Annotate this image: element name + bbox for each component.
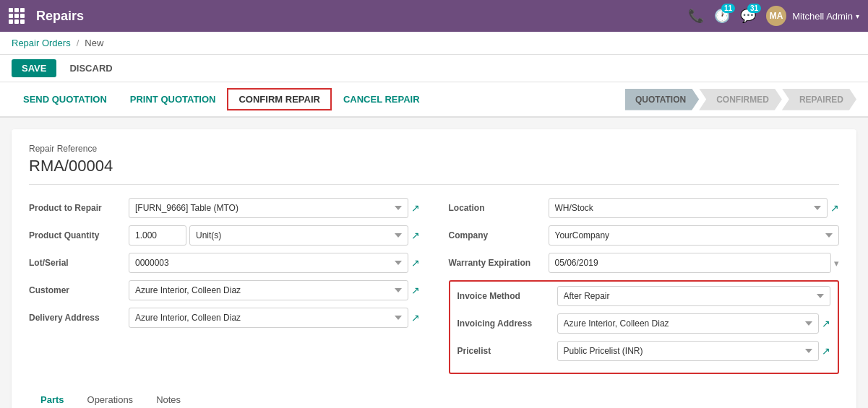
lot-serial-select[interactable]: 0000003 [129,253,408,273]
product-quantity-unit-select[interactable]: Unit(s) [189,225,408,246]
product-quantity-link-icon[interactable]: ↗ [411,230,420,241]
pricelist-select[interactable]: Public Pricelist (INR) [557,341,820,361]
app-title: Repairs [36,9,676,24]
step-quotation: QUOTATION [625,89,699,110]
workflow-bar: SEND QUOTATION PRINT QUOTATION CONFIRM R… [0,82,868,118]
navbar: Repairs 📞 🕐 11 💬 31 MA Mitchell Admin ▾ [0,0,868,32]
field-product-to-repair: Product to Repair [FURN_9666] Table (MTO… [29,198,420,218]
field-location: Location WH/Stock ↗ [449,198,840,218]
user-dropdown-icon[interactable]: ▾ [856,12,859,20]
field-pricelist: Pricelist Public Pricelist (INR) ↗ [457,341,831,361]
send-quotation-button[interactable]: SEND QUOTATION [12,88,119,110]
field-product-quantity: Product Quantity Unit(s) ↗ [29,225,420,246]
customer-wrap: Azure Interior, Colleen Diaz ↗ [129,280,420,300]
field-invoice-method: Invoice Method After Repair [457,286,831,306]
user-name[interactable]: Mitchell Admin [792,11,853,22]
breadcrumb-separator: / [77,38,80,48]
warranty-expiration-calendar-icon[interactable]: ▾ [834,258,839,269]
label-lot-serial: Lot/Serial [29,258,123,268]
location-wrap: WH/Stock ↗ [549,198,840,218]
label-location: Location [449,203,543,213]
product-to-repair-link-icon[interactable]: ↗ [411,202,420,214]
tab-notes[interactable]: Notes [145,389,192,408]
label-delivery-address: Delivery Address [29,313,123,323]
field-invoicing-address: Invoicing Address Azure Interior, Collee… [457,313,831,334]
warranty-expiration-wrap: ▾ [549,253,840,273]
tab-parts[interactable]: Parts [29,389,76,408]
phone-icon[interactable]: 📞 [688,8,704,24]
tab-operations[interactable]: Operations [76,389,145,408]
label-company: Company [449,230,543,240]
product-to-repair-select[interactable]: [FURN_9666] Table (MTO) [129,198,408,218]
location-link-icon[interactable]: ↗ [830,202,839,214]
label-product-quantity: Product Quantity [29,230,123,240]
status-steps: QUOTATION CONFIRMED REPAIRED [625,89,856,110]
confirm-repair-button[interactable]: CONFIRM REPAIR [227,88,331,110]
product-to-repair-wrap: [FURN_9666] Table (MTO) ↗ [129,198,420,218]
lot-serial-link-icon[interactable]: ↗ [411,257,420,269]
tabs-bar: Parts Operations Notes [29,389,839,408]
label-customer: Customer [29,285,123,295]
product-quantity-input[interactable] [129,225,186,246]
repair-reference-value: RMA/00004 [29,157,839,185]
left-fields: Product to Repair [FURN_9666] Table (MTO… [29,198,420,374]
breadcrumb-current: New [85,38,103,48]
invoicing-address-select[interactable]: Azure Interior, Colleen Diaz [557,313,820,334]
print-quotation-button[interactable]: PRINT QUOTATION [119,88,228,110]
invoice-highlighted-section: Invoice Method After Repair Invoicing Ad… [449,280,840,374]
field-delivery-address: Delivery Address Azure Interior, Colleen… [29,308,420,328]
invoice-method-wrap: After Repair [557,286,831,306]
fields-grid: Product to Repair [FURN_9666] Table (MTO… [29,198,839,374]
main-content: Repair Reference RMA/00004 Product to Re… [0,118,868,408]
cancel-repair-button[interactable]: CANCEL REPAIR [332,88,431,110]
invoicing-address-link-icon[interactable]: ↗ [822,318,830,329]
action-bar: SAVE DISCARD [0,55,868,82]
customer-link-icon[interactable]: ↗ [411,285,420,296]
step-confirmed: CONFIRMED [699,89,782,110]
delivery-address-link-icon[interactable]: ↗ [411,312,420,324]
lot-serial-wrap: 0000003 ↗ [129,253,420,273]
field-customer: Customer Azure Interior, Colleen Diaz ↗ [29,280,420,300]
label-pricelist: Pricelist [457,346,551,356]
right-fields: Location WH/Stock ↗ Company YourCompany [449,198,840,374]
field-company: Company YourCompany [449,225,840,246]
messages-icon[interactable]: 💬 31 [740,8,756,24]
avatar: MA [766,6,786,26]
breadcrumb-bar: Repair Orders / New [0,32,868,55]
breadcrumb-parent[interactable]: Repair Orders [12,38,71,48]
form-card: Repair Reference RMA/00004 Product to Re… [12,129,856,408]
pricelist-wrap: Public Pricelist (INR) ↗ [557,341,831,361]
pricelist-link-icon[interactable]: ↗ [822,345,830,357]
label-invoice-method: Invoice Method [457,291,551,301]
grid-menu-icon[interactable] [9,8,25,24]
save-button[interactable]: SAVE [12,59,56,77]
activity-icon[interactable]: 🕐 11 [714,8,730,24]
location-select[interactable]: WH/Stock [549,198,828,218]
label-invoicing-address: Invoicing Address [457,318,551,329]
navbar-actions: 📞 🕐 11 💬 31 MA Mitchell Admin ▾ [688,6,859,26]
invoicing-address-wrap: Azure Interior, Colleen Diaz ↗ [557,313,831,334]
step-repaired: REPAIRED [782,89,856,110]
invoice-method-select[interactable]: After Repair [557,286,831,306]
messages-badge: 31 [747,4,761,13]
company-select[interactable]: YourCompany [549,225,840,246]
warranty-expiration-input[interactable] [549,253,832,273]
repair-reference-label: Repair Reference [29,144,839,154]
company-wrap: YourCompany [549,225,840,246]
label-product-to-repair: Product to Repair [29,203,123,213]
user-menu[interactable]: MA Mitchell Admin ▾ [766,6,859,26]
discard-button[interactable]: DISCARD [62,59,119,77]
delivery-address-select[interactable]: Azure Interior, Colleen Diaz [129,308,408,328]
field-lot-serial: Lot/Serial 0000003 ↗ [29,253,420,273]
delivery-address-wrap: Azure Interior, Colleen Diaz ↗ [129,308,420,328]
customer-select[interactable]: Azure Interior, Colleen Diaz [129,280,408,300]
activity-badge: 11 [721,4,735,13]
product-quantity-wrap: Unit(s) ↗ [129,225,420,246]
label-warranty-expiration: Warranty Expiration [449,258,543,268]
field-warranty-expiration: Warranty Expiration ▾ [449,253,840,273]
